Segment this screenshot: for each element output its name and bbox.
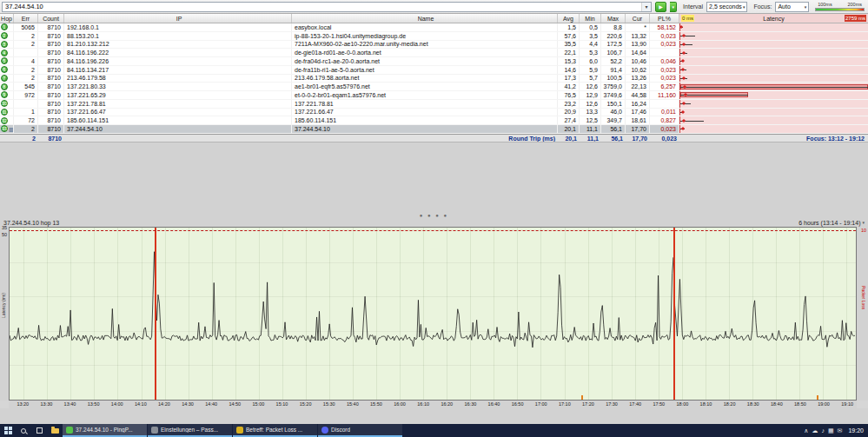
target-dropdown-caret-icon[interactable]: ▾ <box>641 3 651 11</box>
latency-current-marker <box>679 25 683 29</box>
packet-loss-cell: 58,152 <box>650 23 679 31</box>
header-latency[interactable]: 0 ms Latency 2759 ms <box>679 14 868 23</box>
header-min[interactable]: Min <box>580 14 601 23</box>
name-cell: et-0-0-2-br01-eqam1.as57976.net <box>292 91 558 99</box>
hop-badge: 2 <box>1 32 8 39</box>
task-view-button[interactable] <box>31 424 47 437</box>
table-row[interactable]: 54871084.116.196.226de-fra04d-rc1-ae-20-… <box>0 57 868 66</box>
min-cell: 12,6 <box>580 83 601 90</box>
packet-loss-cell: 0,011 <box>650 109 679 116</box>
table-row[interactable]: 728710213.46.179.58213.46.179.58.aorta.n… <box>0 75 868 83</box>
table-row[interactable]: 150658710192.168.0.1easybox.local1,50,58… <box>0 23 868 32</box>
target-combo[interactable]: ▾ <box>2 2 652 12</box>
chevron-up-icon[interactable]: ∧ <box>804 427 808 434</box>
trace-options-caret-icon[interactable]: ▾ <box>670 2 677 12</box>
latency-current-marker <box>681 127 685 130</box>
timeline-range[interactable]: 6 hours (13:14 - 19:14) <box>798 220 860 226</box>
table-row[interactable]: 12728710185.60.114.151185.60.114.15127,4… <box>0 116 868 125</box>
taskbar-app-mail[interactable]: Betreff: Packet Loss ... <box>233 424 317 437</box>
table-row[interactable]: 22871088.153.20.1ip-88-153-20-1.hsi04.un… <box>0 32 868 41</box>
volume-icon[interactable]: ♪ <box>821 427 825 434</box>
packet-loss-cell: 0,023 <box>650 41 679 49</box>
table-row[interactable]: 62871084.116.134.217de-fra11b-ri1-ae-5-0… <box>0 66 868 75</box>
cur-cell: 13,90 <box>626 41 650 49</box>
settings-icon <box>151 427 158 434</box>
search-button[interactable] <box>16 424 31 437</box>
x-axis-label: 19:10 <box>841 401 853 407</box>
header-count[interactable]: Count <box>38 14 64 23</box>
latency-graph-cell <box>679 41 868 49</box>
table-row[interactable]: 32871081.210.132.2127211A-MX960-02-ae10-… <box>0 41 868 50</box>
hop-badge: 5 <box>1 57 8 64</box>
header-avg[interactable]: Avg <box>558 14 580 23</box>
onedrive-cloud-icon[interactable]: ☁ <box>812 427 818 434</box>
start-button[interactable] <box>0 424 16 437</box>
taskbar-app-label: 37.244.54.10 - PingP... <box>76 427 133 433</box>
header-hop[interactable]: Hop <box>0 14 14 23</box>
table-row[interactable]: 1118710137.221.66.47137.221.66.4720,913,… <box>0 109 868 117</box>
x-axis-label: 13:40 <box>64 401 76 407</box>
x-axis-label: 16:10 <box>417 401 429 407</box>
avg-cell: 57,6 <box>558 32 580 40</box>
ip-cell: 84.116.196.222 <box>64 49 292 56</box>
ip-cell: 37.244.54.10 <box>64 125 292 133</box>
header-cur[interactable]: Cur <box>626 14 650 23</box>
interval-select[interactable]: 2,5 seconds ▾ <box>706 2 747 12</box>
hop-cell: 13▥ <box>0 125 14 133</box>
x-axis-label: 16:30 <box>464 401 476 407</box>
empty-area <box>0 142 868 213</box>
focus-value: Auto <box>778 3 790 10</box>
summary-count: 8710 <box>38 135 64 142</box>
latency-scale-min: 0 ms <box>681 15 694 22</box>
network-icon[interactable]: ▦ <box>828 427 834 434</box>
target-input[interactable] <box>3 3 641 10</box>
max-cell: 172,5 <box>601 41 626 49</box>
focus-range-text: Focus: 13:12 - 19:12 <box>679 135 868 142</box>
x-axis-label: 13:30 <box>40 401 52 407</box>
x-axis-label: 16:50 <box>512 401 524 407</box>
interval-label: Interval <box>683 3 703 10</box>
hop-cell: 2 <box>0 32 14 40</box>
table-row[interactable]: 85458710137.221.80.33ae1-br01-eqfr5.as57… <box>0 83 868 91</box>
header-pl[interactable]: PL% <box>650 14 679 23</box>
timeline-range-caret-icon[interactable]: ▾ <box>862 220 865 225</box>
start-trace-button[interactable]: ▶ <box>655 2 666 12</box>
x-axis-label: 18:00 <box>676 401 688 407</box>
packet-loss-threshold-line <box>10 230 856 231</box>
latency-whisker <box>680 95 748 96</box>
table-row[interactable]: 108710137.221.78.81137.221.78.8123,212,6… <box>0 100 868 109</box>
timeline-plot[interactable] <box>9 227 857 401</box>
cur-cell: 17,46 <box>626 109 650 116</box>
mail-tray-icon[interactable]: ✉ <box>838 427 843 434</box>
avg-cell: 27,4 <box>558 116 580 124</box>
packet-loss-cell <box>650 49 679 56</box>
avg-cell: 22,1 <box>558 49 580 56</box>
name-cell: de-fra04d-rc1-ae-20-0.aorta.net <box>292 57 558 65</box>
header-err[interactable]: Err <box>14 14 38 23</box>
discord-icon <box>321 427 328 434</box>
table-header: Hop Err Count IP Name Avg Min Max Cur PL… <box>0 14 868 23</box>
hop-badge: 3 <box>1 41 8 48</box>
header-name[interactable]: Name <box>292 14 558 23</box>
taskbar-app-pingplotter[interactable]: 37.244.54.10 - PingP... <box>63 424 147 437</box>
header-ip[interactable]: IP <box>64 14 292 23</box>
table-row[interactable]: 99728710137.221.65.29et-0-0-2-br01-eqam1… <box>0 91 868 100</box>
x-axis-label: 19:00 <box>818 401 830 407</box>
hop-cell: 11 <box>0 109 14 116</box>
x-axis-label: 14:50 <box>229 401 241 407</box>
packet-loss-cell: 6,257 <box>650 83 679 90</box>
file-explorer-button[interactable] <box>47 424 63 437</box>
taskbar-clock[interactable]: 19:20 <box>845 427 864 434</box>
taskbar-app-discord[interactable]: Discord <box>318 424 402 437</box>
count-cell: 8710 <box>38 109 64 116</box>
table-row[interactable]: 4871084.116.196.222de-gie01a-rd01-ae-0-0… <box>0 49 868 57</box>
timeline-graph-section: 35 50 10 Latency (ms) Packet Loss <box>0 227 868 401</box>
table-row[interactable]: 13▥2871037.244.54.1037.244.54.1020,111,1… <box>0 125 868 134</box>
hop-badge: 4 <box>1 50 8 56</box>
taskbar-app-settings[interactable]: Einstellungen – Pass... <box>148 424 232 437</box>
focused-hop-graph-icon: ▥ <box>9 126 14 132</box>
focus-select[interactable]: Auto ▾ <box>775 2 809 12</box>
max-cell: 52,2 <box>601 57 626 65</box>
header-max[interactable]: Max <box>601 14 626 23</box>
x-axis-label: 17:50 <box>653 401 665 407</box>
